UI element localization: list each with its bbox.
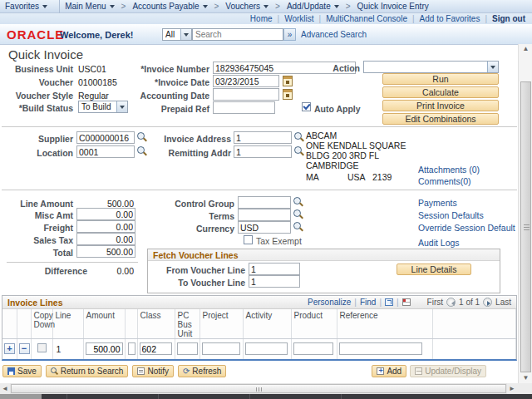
divider bbox=[397, 298, 399, 307]
copy-down-checkbox[interactable] bbox=[37, 343, 47, 352]
vertical-scrollbar[interactable]: ▲ ▼ bbox=[518, 44, 532, 383]
supplier-input[interactable] bbox=[76, 131, 135, 144]
address-line: ABCAM bbox=[306, 131, 337, 140]
edit-combinations-button[interactable]: Edit Combinations bbox=[382, 113, 499, 125]
breadcrumb-item[interactable]: Accounts Payable bbox=[127, 0, 212, 13]
class-input[interactable] bbox=[140, 342, 172, 355]
audit-logs-link[interactable]: Audit Logs bbox=[418, 238, 460, 248]
tax-exempt-checkbox[interactable] bbox=[244, 235, 253, 244]
download-grid-icon[interactable] bbox=[402, 298, 411, 306]
scroll-up-icon[interactable]: ▲ bbox=[520, 44, 532, 54]
horizontal-scrollbar-track[interactable] bbox=[10, 383, 507, 394]
save-button[interactable]: Save bbox=[2, 365, 42, 377]
remitting-addr-lookup-icon[interactable] bbox=[294, 146, 304, 156]
from-voucher-line-input[interactable] bbox=[249, 263, 300, 275]
override-session-default-link[interactable]: Override Session Default bbox=[418, 223, 515, 233]
notify-button[interactable]: Notify bbox=[132, 365, 174, 377]
currency-input[interactable] bbox=[238, 221, 291, 234]
scroll-right-icon[interactable]: ► bbox=[507, 383, 517, 394]
scroll-down-icon[interactable]: ▼ bbox=[520, 373, 532, 383]
supplier-lookup-icon[interactable] bbox=[137, 132, 147, 142]
favorites-menu[interactable]: Favorites bbox=[0, 0, 60, 13]
freight-input[interactable] bbox=[76, 220, 135, 233]
add-to-favorites-link[interactable]: Add to Favorites bbox=[420, 14, 480, 23]
multichannel-console-link[interactable]: MultiChannel Console bbox=[326, 14, 407, 23]
worklist-link[interactable]: Worklist bbox=[284, 14, 313, 23]
update-display-button[interactable]: Update/Display bbox=[410, 365, 486, 377]
terms-lookup-icon[interactable] bbox=[293, 209, 303, 219]
control-group-lookup-icon[interactable] bbox=[293, 197, 303, 207]
reference-input[interactable] bbox=[339, 342, 422, 355]
sales-tax-input[interactable] bbox=[76, 233, 135, 245]
from-voucher-line-label: From Voucher Line bbox=[150, 265, 245, 275]
breadcrumb-item-current: Quick Invoice Entry bbox=[352, 0, 434, 13]
next-row-icon[interactable] bbox=[483, 298, 492, 307]
delete-row-button[interactable] bbox=[19, 343, 30, 354]
view-all-icon[interactable] bbox=[385, 298, 393, 306]
divider bbox=[412, 14, 415, 23]
to-voucher-line-input[interactable] bbox=[249, 275, 300, 288]
breadcrumb-item[interactable]: Main Menu bbox=[60, 0, 119, 13]
home-link[interactable]: Home bbox=[250, 14, 273, 23]
find-link[interactable]: Find bbox=[360, 298, 376, 307]
prepaid-ref-label: Prepaid Ref bbox=[108, 104, 209, 114]
sign-out-link[interactable]: Sign out bbox=[492, 14, 525, 23]
calendar-icon[interactable] bbox=[283, 89, 293, 100]
scroll-left-icon[interactable]: ◄ bbox=[0, 383, 10, 394]
session-defaults-link[interactable]: Session Defaults bbox=[418, 210, 484, 220]
search-scope-select[interactable]: All bbox=[162, 28, 192, 41]
currency-lookup-icon[interactable] bbox=[293, 222, 303, 232]
return-to-search-button[interactable]: Return to Search bbox=[46, 365, 129, 377]
horizontal-scrollbar[interactable]: ◄ ► bbox=[0, 383, 517, 394]
activity-input[interactable] bbox=[245, 342, 288, 355]
invoice-date-input[interactable] bbox=[213, 75, 279, 87]
location-input[interactable] bbox=[76, 145, 135, 158]
auto-apply-checkbox[interactable] bbox=[302, 102, 311, 111]
pc-bus-unit-input[interactable] bbox=[177, 342, 198, 355]
currency-label: Currency bbox=[151, 224, 234, 234]
breadcrumb-item[interactable]: Vouchers bbox=[220, 0, 273, 13]
remitting-addr-input[interactable] bbox=[234, 145, 292, 158]
run-button[interactable]: Run bbox=[382, 73, 499, 85]
total-label: Total bbox=[0, 248, 73, 258]
previous-row-icon[interactable] bbox=[446, 298, 456, 307]
action-value bbox=[364, 62, 487, 72]
action-select[interactable] bbox=[363, 61, 499, 73]
total-input[interactable] bbox=[76, 245, 135, 258]
address-line: ONE KENDALL SQUARE bbox=[306, 140, 406, 150]
breadcrumb-item[interactable]: Add/Update bbox=[282, 0, 344, 13]
vertical-scrollbar-thumb[interactable] bbox=[520, 81, 531, 372]
project-input[interactable] bbox=[202, 342, 240, 355]
control-group-input[interactable] bbox=[238, 196, 291, 209]
calculate-button[interactable]: Calculate bbox=[382, 86, 499, 98]
search-go-button[interactable]: » bbox=[283, 28, 296, 41]
comments-link[interactable]: Comments(0) bbox=[418, 176, 471, 186]
payments-link[interactable]: Payments bbox=[418, 198, 457, 208]
product-input[interactable] bbox=[293, 342, 333, 355]
search-input[interactable] bbox=[192, 28, 283, 41]
add-button[interactable]: Add bbox=[372, 365, 406, 377]
accounting-date-input[interactable] bbox=[213, 88, 279, 101]
refresh-button[interactable]: ⟳ Refresh bbox=[178, 365, 226, 377]
business-unit-label: Business Unit bbox=[0, 64, 73, 74]
location-lookup-icon[interactable] bbox=[137, 146, 147, 156]
prepaid-ref-input[interactable] bbox=[213, 101, 275, 114]
chevron-down-icon bbox=[487, 62, 498, 72]
calendar-icon[interactable] bbox=[283, 76, 293, 86]
misc-amt-label: Misc Amt bbox=[0, 210, 73, 220]
misc-amt-input[interactable] bbox=[76, 208, 135, 220]
hidden-field-input[interactable] bbox=[128, 342, 135, 355]
line-details-button[interactable]: Line Details bbox=[397, 264, 471, 275]
attachments-link[interactable]: Attachments (0) bbox=[418, 165, 480, 175]
horizontal-scrollbar-thumb[interactable] bbox=[11, 384, 506, 393]
personalize-link[interactable]: Personalize bbox=[308, 298, 351, 307]
print-invoice-button[interactable]: Print Invoice bbox=[382, 100, 499, 111]
advanced-search-link[interactable]: Advanced Search bbox=[301, 30, 367, 39]
amount-input[interactable] bbox=[86, 342, 123, 355]
add-row-button[interactable] bbox=[4, 343, 15, 354]
invoice-address-lookup-icon[interactable] bbox=[294, 132, 304, 142]
terms-input[interactable] bbox=[238, 209, 291, 221]
invoice-address-input[interactable] bbox=[234, 131, 292, 144]
favorites-label: Favorites bbox=[5, 2, 39, 11]
section-divider bbox=[2, 190, 517, 190]
